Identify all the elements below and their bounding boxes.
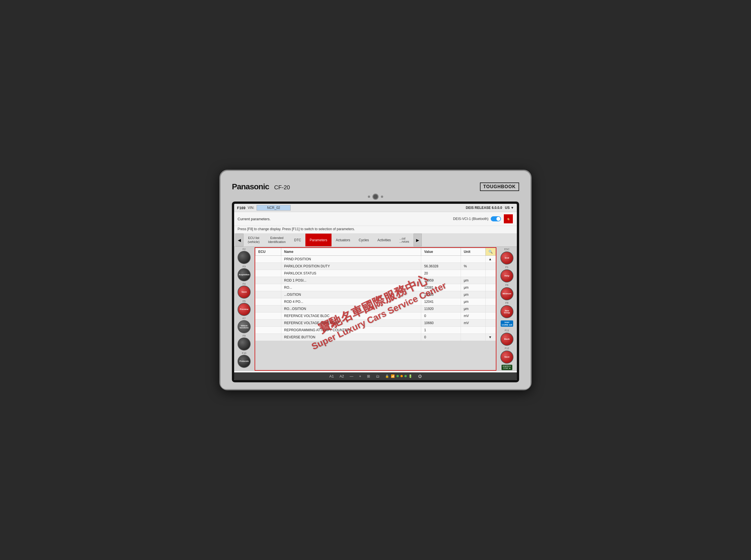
side-buttons-right: ESC End F1 Help F6 Minimum F8 NewGroup [497,247,517,371]
tab-extended-id[interactable]: ExtendedIdentification [264,234,290,246]
f6-minimum-button[interactable]: Minimum [500,287,513,300]
f9-label: F9 [243,334,246,337]
vin-label: VIN: [248,206,254,210]
table-header-row: ECU Name Value Unit 🔍 [256,248,496,256]
cell-value: 1 [421,326,461,334]
col-name: Name [281,248,421,256]
f4-label: F4 [243,282,246,285]
cell-unit: μm [461,277,485,284]
cell-name: REVERSE BUTTON [281,334,421,341]
f9-button[interactable] [238,338,251,351]
f2-button[interactable] [238,251,251,264]
f6-group: F6 Minimum [500,283,513,300]
cell-value: 0 [421,312,461,319]
esc-end-button[interactable]: End [500,252,513,264]
cell-value: 12041 [421,298,461,305]
f6-label: F6 [506,283,509,286]
cell-ecu [256,334,281,341]
tab-bar: ◀ ECU list(vehicle) ExtendedIdentificati… [234,234,517,246]
search-icon[interactable]: 🔍 [486,248,496,256]
side-buttons-left: F2 F3 Acquisition F4 Save F5 Preview [234,247,254,371]
taskbar-windows[interactable]: ⊞ [367,374,370,378]
tab-activities[interactable]: Activities [373,234,395,246]
cell-name: RO...OSITION [281,305,421,312]
cell-scroll [486,291,496,298]
f5-preview-button[interactable]: Preview [238,303,251,316]
table-row: REPROGRAMMING ATTEMPT COUNTER 1 [256,326,496,334]
camera-dot2 [381,196,383,198]
cell-name: ROD 4 PO... [281,298,421,305]
f2-btn-row: F2 [235,248,253,264]
cell-ecu [256,291,281,298]
f7-vehicle-button[interactable]: Vehiclefunctions [238,320,251,333]
parameters-table: ECU Name Value Unit 🔍 PRND [255,248,496,341]
f2-label: F2 [243,248,246,251]
f11-back-button[interactable]: Back [500,333,513,346]
f1-help-button[interactable]: Help [500,269,513,282]
f8-newgroup-button[interactable]: NewGroup [500,305,513,318]
tab-protocol-services[interactable]: ...col...rvices [395,234,413,246]
cell-unit: μm [461,305,485,312]
cell-scroll [486,284,496,291]
cell-name: REPROGRAMMING ATTEMPT COUNTER [281,326,421,334]
cell-name: REFERNCE VOLTAGE SUPERCAP [281,319,421,326]
cell-name: ROD 1 POSI... [281,277,421,284]
f3-label: F3 [243,265,246,268]
tab-actuators[interactable]: Actuators [331,234,354,246]
cell-unit: % [461,263,485,269]
f1-group: F1 Help [500,266,513,282]
cell-name: REFERNCE VOLTAGE BLDC [281,312,421,319]
tab-cycles[interactable]: Cycles [354,234,373,246]
cell-name: RO... [281,284,421,291]
cell-ecu [256,284,281,291]
ferrari-logo: 🐴 [503,214,513,224]
col-value: Value [421,248,461,256]
f12-next-button[interactable]: Next [500,351,513,364]
bluetooth-toggle[interactable] [491,216,501,221]
energy-star-badge: ENERGYSTAR ★ [502,365,512,370]
toughbook-badge: TOUGHBOOK [480,182,519,191]
tab-prev-arrow[interactable]: ◀ [235,234,244,246]
tab-ecu-list[interactable]: ECU list(vehicle) [244,234,264,246]
esc-group: ESC End [500,248,513,264]
cell-scroll: ▲ [486,256,496,263]
cell-scroll [486,319,496,326]
screen: F169 VIN: NCR_02 DEIS RELEASE 6.0.0.0 US… [234,204,517,380]
taskbar-plus[interactable]: + [359,374,361,378]
camera-row [229,194,522,200]
cell-name: PRND POSITION [281,256,421,263]
taskbar-a1[interactable]: A1 [329,374,334,378]
status-bar: F169 VIN: NCR_02 DEIS RELEASE 6.0.0.0 US… [234,204,517,212]
cell-value: 11959 [421,277,461,284]
signal-icon: 📶 [391,374,395,378]
cell-unit [461,334,485,341]
power-button[interactable]: ⏻ [418,374,422,378]
f3-acquisition-button[interactable]: Acquisition [238,268,251,281]
lock-icon: 🔒 [385,374,389,378]
f10-protocols-button[interactable]: Protocols [238,355,251,368]
cell-value [421,256,461,263]
f1-label: F1 [506,266,509,268]
taskbar-a2[interactable]: A2 [340,374,344,378]
cell-unit: μm [461,291,485,298]
table-row: RO...OSITION 11920 μm [256,305,496,312]
cell-value: 12305 [421,291,461,298]
cell-scroll [486,277,496,284]
f4-save-button[interactable]: Save [238,285,251,299]
taskbar-file[interactable]: 🗂 [376,374,380,378]
vin-value: NCR_02 [257,205,291,211]
table-row: REVERSE BUTTON 0 ▼ [256,334,496,341]
cell-ecu [256,312,281,319]
current-params-label: Current parameters. [238,217,270,221]
cell-name: PARKLOCK POSITION DUTY [281,263,421,269]
taskbar-minus[interactable]: — [350,374,353,378]
table-row: REFERNCE VOLTAGE BLDC 0 mV [256,312,496,319]
camera-lens [372,194,379,200]
tab-dtc[interactable]: DTC [290,234,305,246]
table-row: PRND POSITION ▲ [256,256,496,263]
tab-next-arrow[interactable]: ▶ [413,234,422,246]
table-row: ROD 1 POSI... 11959 μm [256,277,496,284]
tab-parameters[interactable]: Parameters [305,234,331,246]
cell-scroll [486,269,496,277]
cell-scroll [486,305,496,312]
